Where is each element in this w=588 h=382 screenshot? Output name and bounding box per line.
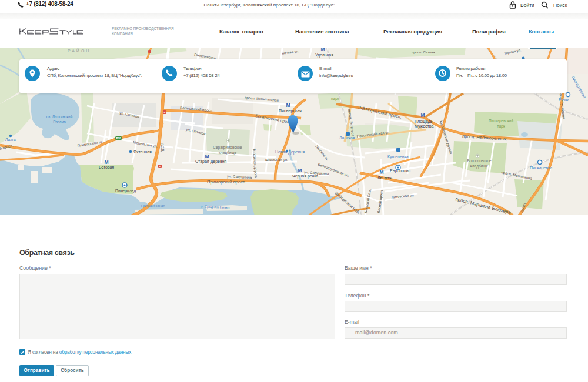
svg-text:оз. Лахтинский: оз. Лахтинский [46, 115, 73, 119]
svg-text:Пискаревский: Пискаревский [489, 119, 513, 123]
svg-text:М: М [420, 112, 425, 118]
svg-text:М: М [320, 48, 325, 52]
svg-text:P: P [159, 165, 161, 168]
svg-text:Мужества: Мужества [415, 124, 433, 129]
svg-text:Разлив: Разлив [53, 120, 66, 124]
svg-text:Пискаревка: Пискаревка [530, 166, 552, 170]
svg-text:Чёрная речка: Чёрная речка [292, 174, 318, 179]
svg-text:Европолис: Европолис [390, 169, 411, 173]
svg-text:РАЙОН: РАЙОН [68, 48, 91, 53]
svg-text:кладбище: кладбище [219, 150, 237, 155]
svg-text:М: М [104, 159, 108, 165]
svg-text:просп. Сизова: просп. Сизова [412, 51, 435, 54]
svg-text:Питерлэнд: Питерлэнд [115, 189, 136, 193]
svg-text:Лахта: Лахта [5, 138, 16, 142]
svg-text:Лесная: Лесная [377, 176, 392, 180]
svg-text:Школьная ул.: Школьная ул. [265, 158, 288, 162]
svg-text:Беговая: Беговая [99, 165, 114, 169]
svg-text:М: М [379, 169, 383, 175]
svg-text:парк: парк [331, 96, 339, 101]
svg-text:Серафимовское: Серафимовское [213, 145, 242, 150]
svg-text:E18: E18 [116, 137, 121, 140]
svg-text:парк: парк [497, 124, 505, 129]
svg-text:Кушелевка: Кушелевка [387, 155, 409, 159]
svg-text:Пионерская: Пионерская [279, 109, 302, 113]
svg-text:Ланская: Ланская [339, 136, 355, 140]
svg-text:Яхтенная: Яхтенная [133, 150, 152, 154]
svg-text:Площадь: Площадь [415, 119, 433, 124]
svg-text:Ручьи: Ручьи [559, 98, 569, 102]
svg-text:Богословское: Богословское [467, 159, 492, 163]
svg-text:Гребной канал: Гребной канал [141, 204, 165, 207]
svg-text:кладбище: кладбище [470, 164, 489, 169]
svg-text:М: М [298, 167, 302, 173]
svg-text:Удельная: Удельная [315, 53, 333, 58]
svg-text:М: М [205, 153, 209, 159]
svg-text:P: P [164, 111, 166, 114]
svg-text:Старая Деревня: Старая Деревня [195, 159, 227, 164]
svg-text:Приморский просп.: Приморский просп. [207, 179, 246, 185]
svg-text:М: М [286, 102, 290, 108]
svg-text:Новая Деревня: Новая Деревня [275, 150, 305, 155]
